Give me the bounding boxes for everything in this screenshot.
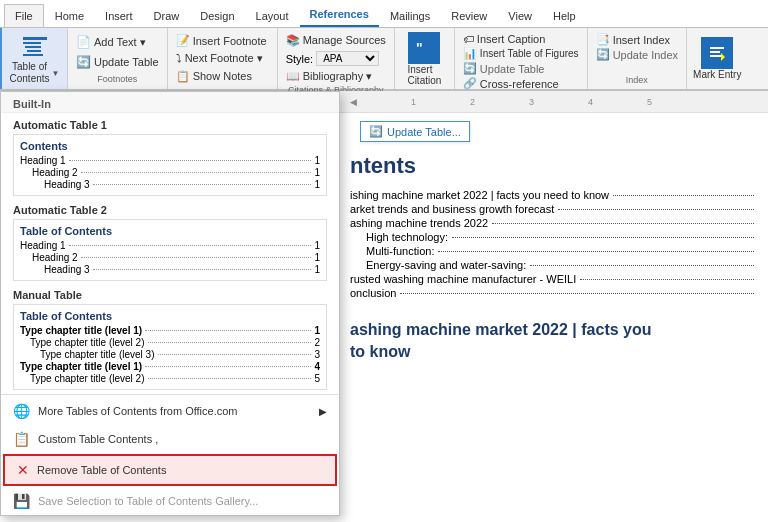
toc-entry-5: Multi-function: [366, 245, 758, 257]
menu-divider-1 [1, 394, 339, 395]
toc-entry-4: High technology: [366, 231, 758, 243]
insert-index-button[interactable]: 📑 Insert Index [594, 32, 680, 47]
automatic-table-2-label: Automatic Table 2 [1, 200, 339, 216]
tab-design[interactable]: Design [190, 5, 244, 27]
tab-review[interactable]: Review [441, 5, 497, 27]
svg-rect-2 [25, 46, 41, 48]
insert-caption-button[interactable]: 🏷 Insert Caption [461, 32, 581, 46]
manual-entry-2: Type chapter title (level 2)2 [30, 337, 320, 348]
update-table-footnote-button[interactable]: 🔄 Update Table [74, 53, 161, 71]
auto1-entry-1: Heading 11 [20, 155, 320, 166]
tab-home[interactable]: Home [45, 5, 94, 27]
tab-references[interactable]: References [300, 3, 379, 27]
svg-rect-4 [23, 54, 43, 56]
mark-entry-icon [701, 37, 733, 69]
tab-file[interactable]: File [4, 4, 44, 27]
manual-entry-1: Type chapter title (level 1)1 [20, 325, 320, 336]
toc-heading: ntents [350, 153, 758, 179]
bibliography-button[interactable]: 📖 Bibliography ▾ [284, 68, 388, 85]
update-table-icon: 🔄 [369, 125, 383, 138]
tab-insert[interactable]: Insert [95, 5, 143, 27]
toc-dropdown-arrow: ▼ [52, 69, 60, 78]
toc-entry-3: ashing machine trends 2022 [350, 217, 758, 229]
mark-entry-button[interactable]: Mark Entry [693, 37, 741, 80]
automatic-table-1-label: Automatic Table 1 [1, 113, 339, 131]
toc-entry-7: rusted washing machine manufacturer - WE… [350, 273, 758, 285]
toc-entry-2: arket trends and business growth forecas… [350, 203, 758, 215]
show-notes-button[interactable]: 📋 Show Notes [174, 68, 271, 85]
automatic-table-1-preview[interactable]: Contents Heading 11 Heading 21 Heading 3… [13, 134, 327, 196]
auto2-entry-2: Heading 21 [32, 252, 320, 263]
footnotes-group: 📄 Add Text ▾ 🔄 Update Table Footnotes [68, 28, 168, 89]
ruler: ◀ 1 2 3 4 5 [340, 91, 768, 113]
document-area: ◀ 1 2 3 4 5 🔄 Update Table... ntents ish… [340, 91, 768, 522]
insert-citation-button[interactable]: " InsertCitation [407, 32, 441, 86]
manual-title: Table of Contents [20, 310, 320, 322]
manage-sources-button[interactable]: 📚 Manage Sources [284, 32, 388, 49]
svg-marker-9 [721, 53, 725, 61]
insert-table-figures-icon: 📊 [463, 47, 477, 60]
svg-rect-3 [27, 50, 41, 52]
tab-help[interactable]: Help [543, 5, 586, 27]
manual-table-preview[interactable]: Table of Contents Type chapter title (le… [13, 304, 327, 390]
style-selector[interactable]: APA MLA Chicago [316, 51, 379, 66]
more-tables-arrow: ▶ [319, 406, 327, 417]
manual-table-label: Manual Table [1, 285, 339, 301]
more-tables-item[interactable]: 🌐 More Tables of Contents from Office.co… [1, 397, 339, 425]
save-selection-icon: 💾 [13, 493, 30, 509]
manual-entry-4: Type chapter title (level 1)4 [20, 361, 320, 372]
auto2-entry-1: Heading 11 [20, 240, 320, 251]
update-index-button[interactable]: 🔄 Update Index [594, 47, 680, 62]
auto2-title: Table of Contents [20, 225, 320, 237]
built-in-label: Built-In [1, 92, 339, 113]
tab-draw[interactable]: Draw [144, 5, 190, 27]
add-text-icon: 📄 [76, 35, 91, 49]
automatic-table-2-preview[interactable]: Table of Contents Heading 11 Heading 21 … [13, 219, 327, 281]
toc-label: Table ofContents [10, 61, 50, 85]
auto1-title: Contents [20, 140, 320, 152]
toc-entry-1: ishing machine market 2022 | facts you n… [350, 189, 758, 201]
ribbon-commands: Table ofContents ▼ 📄 Add Text ▾ 🔄 Update… [0, 28, 768, 91]
captions-group: 🏷 Insert Caption 📊 Insert Table of Figur… [455, 28, 588, 89]
add-text-button[interactable]: 📄 Add Text ▾ [74, 33, 161, 51]
remove-toc-icon: ✕ [17, 462, 29, 478]
insert-citation-group: " InsertCitation [395, 28, 455, 89]
update-table-captions-button[interactable]: 🔄 Update Table [461, 61, 581, 76]
manage-sources-icon: 📚 [286, 34, 300, 46]
auto1-entry-3: Heading 31 [44, 179, 320, 190]
insert-footnote-icon: 📝 [176, 34, 190, 47]
update-table-button[interactable]: 🔄 Update Table... [360, 121, 470, 142]
update-table-captions-icon: 🔄 [463, 62, 477, 75]
svg-rect-6 [710, 47, 724, 49]
tab-view[interactable]: View [498, 5, 542, 27]
table-of-contents-group[interactable]: Table ofContents ▼ [0, 28, 68, 89]
insert-index-icon: 📑 [596, 33, 610, 46]
auto2-entry-3: Heading 31 [44, 264, 320, 275]
svg-rect-8 [710, 55, 722, 57]
body-heading: ashing machine market 2022 | facts youto… [350, 319, 758, 364]
more-tables-icon: 🌐 [13, 403, 30, 419]
update-table-footnote-icon: 🔄 [76, 55, 91, 69]
cross-reference-icon: 🔗 [463, 77, 477, 90]
insert-footnote-button[interactable]: 📝 Insert Footnote [174, 32, 271, 49]
index-group: 📑 Insert Index 🔄 Update Index Index [588, 28, 687, 89]
svg-text:": " [416, 40, 423, 56]
tab-mailings[interactable]: Mailings [380, 5, 440, 27]
insert-table-figures-button[interactable]: 📊 Insert Table of Figures [461, 46, 581, 61]
custom-table-icon: 📋 [13, 431, 30, 447]
update-index-icon: 🔄 [596, 48, 610, 61]
next-footnote-button[interactable]: ⤵ Next Footnote ▾ [174, 50, 271, 67]
custom-table-item[interactable]: 📋 Custom Table Contents , [1, 425, 339, 453]
toc-dropdown-menu: Built-In Automatic Table 1 Contents Head… [0, 91, 340, 516]
cross-reference-button[interactable]: 🔗 Cross-reference [461, 76, 581, 91]
index-label: Index [594, 75, 680, 85]
toc-big-icon [19, 32, 51, 61]
insert-caption-icon: 🏷 [463, 33, 474, 45]
remove-toc-item[interactable]: ✕ Remove Table of Contents [3, 454, 337, 486]
svg-rect-7 [710, 51, 720, 53]
footnotes-section-label: Footnotes [74, 74, 161, 84]
tab-layout[interactable]: Layout [246, 5, 299, 27]
manual-entry-5: Type chapter title (level 2)5 [30, 373, 320, 384]
save-selection-item[interactable]: 💾 Save Selection to Table of Contents Ga… [1, 487, 339, 515]
insert-footnote-group: 📝 Insert Footnote ⤵ Next Footnote ▾ 📋 Sh… [168, 28, 278, 89]
